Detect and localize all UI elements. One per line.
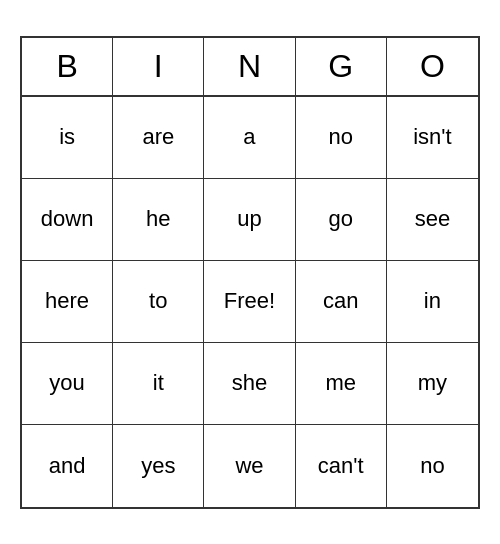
bingo-cell-r1-c1: he — [113, 179, 204, 261]
bingo-cell-r2-c3: can — [296, 261, 387, 343]
bingo-cell-r1-c4: see — [387, 179, 478, 261]
bingo-cell-r1-c0: down — [22, 179, 113, 261]
bingo-cell-r3-c0: you — [22, 343, 113, 425]
bingo-cell-r1-c3: go — [296, 179, 387, 261]
header-letter-B: B — [22, 38, 113, 95]
bingo-cell-r4-c3: can't — [296, 425, 387, 507]
bingo-cell-r0-c3: no — [296, 97, 387, 179]
bingo-cell-r2-c0: here — [22, 261, 113, 343]
bingo-cell-r2-c4: in — [387, 261, 478, 343]
bingo-cell-r3-c4: my — [387, 343, 478, 425]
bingo-cell-r1-c2: up — [204, 179, 295, 261]
bingo-cell-r3-c3: me — [296, 343, 387, 425]
bingo-cell-r2-c2: Free! — [204, 261, 295, 343]
bingo-cell-r4-c4: no — [387, 425, 478, 507]
bingo-cell-r4-c2: we — [204, 425, 295, 507]
bingo-card: BINGO isareanoisn'tdownheupgoseeheretoFr… — [20, 36, 480, 509]
bingo-cell-r0-c0: is — [22, 97, 113, 179]
bingo-header: BINGO — [22, 38, 478, 97]
bingo-cell-r0-c2: a — [204, 97, 295, 179]
bingo-cell-r4-c1: yes — [113, 425, 204, 507]
header-letter-N: N — [204, 38, 295, 95]
bingo-cell-r3-c1: it — [113, 343, 204, 425]
bingo-cell-r4-c0: and — [22, 425, 113, 507]
bingo-grid: isareanoisn'tdownheupgoseeheretoFree!can… — [22, 97, 478, 507]
header-letter-I: I — [113, 38, 204, 95]
bingo-cell-r0-c1: are — [113, 97, 204, 179]
bingo-cell-r3-c2: she — [204, 343, 295, 425]
bingo-cell-r2-c1: to — [113, 261, 204, 343]
header-letter-O: O — [387, 38, 478, 95]
bingo-cell-r0-c4: isn't — [387, 97, 478, 179]
header-letter-G: G — [296, 38, 387, 95]
